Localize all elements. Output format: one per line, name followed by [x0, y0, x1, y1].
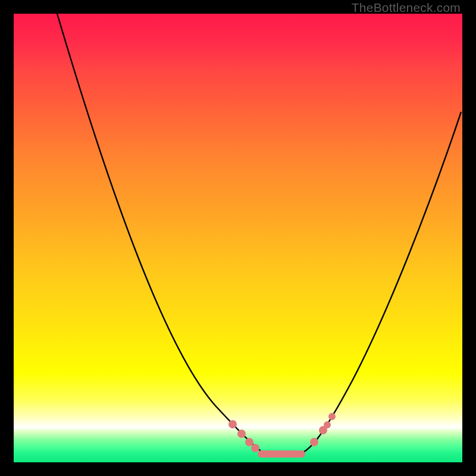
marker-dot — [237, 430, 246, 438]
marker-dot — [324, 421, 331, 428]
marker-dot — [245, 438, 253, 446]
marker-dot — [310, 438, 318, 446]
marker-dot — [228, 420, 237, 428]
right-curve — [303, 112, 461, 452]
marker-bar — [258, 450, 305, 458]
marker-dot — [251, 444, 259, 452]
marker-dot — [328, 413, 336, 420]
left-curve — [57, 14, 264, 453]
watermark-text: TheBottleneck.com — [352, 1, 461, 15]
chart-svg — [14, 14, 462, 462]
